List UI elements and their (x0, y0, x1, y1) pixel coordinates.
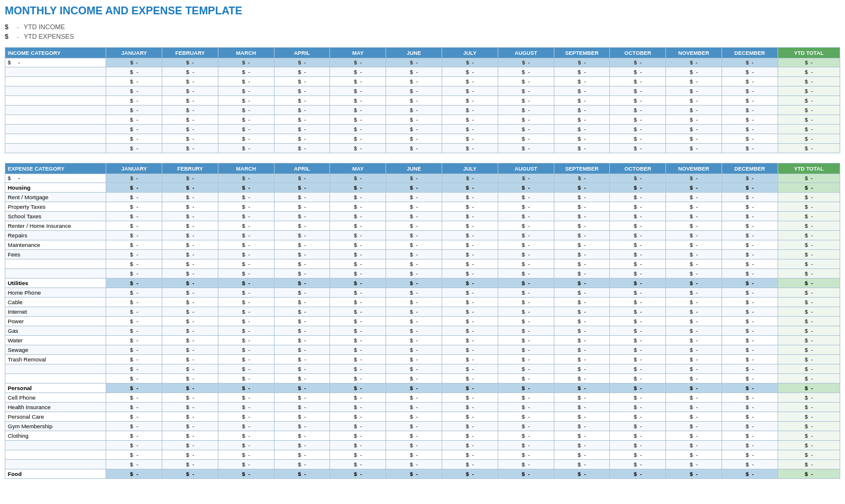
expense-row: Renter / Home Insurance$ -$ -$ -$ -$ -$ … (5, 221, 840, 231)
expense-row: Gym Membership$ -$ -$ -$ -$ -$ -$ -$ -$ … (5, 422, 840, 431)
ytd-income-dollar: $ (5, 23, 13, 30)
col-nov: NOVEMBER (666, 48, 722, 58)
ytd-expenses-dash: - (17, 33, 19, 40)
col-jan: JANUARY (106, 48, 162, 58)
expense-subcat-row: Housing$ -$ -$ -$ -$ -$ -$ -$ -$ -$ -$ -… (5, 183, 840, 193)
exp-col-apr: APRIL (274, 163, 330, 174)
income-row: $ -$ -$ -$ -$ -$ -$ -$ -$ -$ -$ -$ -$ - (5, 77, 840, 86)
ytd-summary: $ - YTD INCOME $ - YTD EXPENSES (5, 23, 840, 40)
expense-row: Maintenance$ -$ -$ -$ -$ -$ -$ -$ -$ -$ … (5, 240, 840, 250)
col-sep: SEPTEMBER (554, 48, 610, 58)
exp-col-sep: SEPTEMBER (554, 163, 610, 174)
expense-row: $ -$ -$ -$ -$ -$ -$ -$ -$ -$ -$ -$ -$ - (5, 374, 840, 384)
expense-row: Repairs$ -$ -$ -$ -$ -$ -$ -$ -$ -$ -$ -… (5, 231, 840, 240)
exp-col-may: MAY (330, 163, 386, 174)
page-title: MONTHLY INCOME AND EXPENSE TEMPLATE (5, 5, 840, 17)
col-oct: OCTOBER (610, 48, 666, 58)
expense-table: EXPENSE CATEGORY JANUARY FEBRURY MARCH A… (5, 163, 840, 479)
expense-row: Home Phone$ -$ -$ -$ -$ -$ -$ -$ -$ -$ -… (5, 288, 840, 298)
exp-col-jun: JUNE (386, 163, 442, 174)
exp-col-jul: JULY (442, 163, 498, 174)
expense-header-row: EXPENSE CATEGORY JANUARY FEBRURY MARCH A… (5, 163, 840, 174)
expense-row: Fees$ -$ -$ -$ -$ -$ -$ -$ -$ -$ -$ -$ -… (5, 250, 840, 259)
ytd-expenses-dollar: $ (5, 33, 13, 40)
expense-row: Gas$ -$ -$ -$ -$ -$ -$ -$ -$ -$ -$ -$ -$… (5, 326, 840, 336)
income-row: $ -$ -$ -$ -$ -$ -$ -$ -$ -$ -$ -$ -$ - (5, 96, 840, 106)
col-aug: AUGUST (498, 48, 554, 58)
expense-category-header: EXPENSE CATEGORY (5, 163, 106, 174)
col-may: MAY (330, 48, 386, 58)
expense-row: $ -$ -$ -$ -$ -$ -$ -$ -$ -$ -$ -$ -$ - (5, 259, 840, 269)
income-dollar-cat: $ - (5, 58, 106, 67)
expense-row: Property Taxes$ -$ -$ -$ -$ -$ -$ -$ -$ … (5, 202, 840, 212)
expense-row: $ -$ -$ -$ -$ -$ -$ -$ -$ -$ -$ -$ -$ - (5, 450, 840, 460)
expense-subcat-row: Personal$ -$ -$ -$ -$ -$ -$ -$ -$ -$ -$ … (5, 384, 840, 393)
expense-subcat-row: Utilities$ -$ -$ -$ -$ -$ -$ -$ -$ -$ -$… (5, 279, 840, 288)
exp-col-dec: DECEMBER (721, 163, 778, 174)
income-row: $ -$ -$ -$ -$ -$ -$ -$ -$ -$ -$ -$ -$ - (5, 144, 840, 153)
col-apr: APRIL (274, 48, 330, 58)
expense-row: Water$ -$ -$ -$ -$ -$ -$ -$ -$ -$ -$ -$ … (5, 336, 840, 345)
col-jun: JUNE (386, 48, 442, 58)
income-row: $ -$ -$ -$ -$ -$ -$ -$ -$ -$ -$ -$ -$ - (5, 125, 840, 134)
col-ytd: YTD TOTAL (778, 48, 840, 58)
expense-row: Clothing$ -$ -$ -$ -$ -$ -$ -$ -$ -$ -$ … (5, 431, 840, 441)
ytd-income-label: YTD INCOME (24, 23, 65, 30)
expense-row: $ -$ -$ -$ -$ -$ -$ -$ -$ -$ -$ -$ -$ - (5, 460, 840, 469)
income-category-header: INCOME CATEGORY (5, 48, 106, 58)
exp-col-feb: FEBRURY (162, 163, 218, 174)
expense-row: $ -$ -$ -$ -$ -$ -$ -$ -$ -$ -$ -$ -$ - (5, 269, 840, 279)
income-row: $ -$ -$ -$ -$ -$ -$ -$ -$ -$ -$ -$ -$ - (5, 134, 840, 144)
exp-col-jan: JANUARY (106, 163, 162, 174)
income-dollar-row: $ - $ -$ -$ -$ - $ -$ -$ -$ - $ -$ -$ -$… (5, 58, 840, 67)
expense-row: School Taxes$ -$ -$ -$ -$ -$ -$ -$ -$ -$… (5, 212, 840, 221)
exp-col-ytd: YTD TOTAL (778, 163, 840, 174)
expense-row: Trash Removal$ -$ -$ -$ -$ -$ -$ -$ -$ -… (5, 355, 840, 364)
col-feb: FEBRUARY (162, 48, 218, 58)
expense-row: Sewage$ -$ -$ -$ -$ -$ -$ -$ -$ -$ -$ -$… (5, 345, 840, 355)
income-row: $ -$ -$ -$ -$ -$ -$ -$ -$ -$ -$ -$ -$ - (5, 86, 840, 96)
exp-col-oct: OCTOBER (610, 163, 666, 174)
exp-col-aug: AUGUST (498, 163, 554, 174)
col-mar: MARCH (218, 48, 274, 58)
expense-row: $ -$ -$ -$ -$ -$ -$ -$ -$ -$ -$ -$ -$ - (5, 364, 840, 374)
income-table: INCOME CATEGORY JANUARY FEBRUARY MARCH A… (5, 47, 840, 153)
exp-col-mar: MARCH (218, 163, 274, 174)
income-row: $ -$ -$ -$ -$ -$ -$ -$ -$ -$ -$ -$ -$ - (5, 106, 840, 115)
income-row: $ -$ -$ -$ -$ -$ -$ -$ -$ -$ -$ -$ -$ - (5, 115, 840, 125)
expense-row: Rent / Mortgage$ -$ -$ -$ -$ -$ -$ -$ -$… (5, 193, 840, 202)
expense-row: Personal Care$ -$ -$ -$ -$ -$ -$ -$ -$ -… (5, 412, 840, 422)
expense-row: Internet$ -$ -$ -$ -$ -$ -$ -$ -$ -$ -$ … (5, 307, 840, 317)
exp-col-nov: NOVEMBER (666, 163, 722, 174)
expense-row: Health Insurance$ -$ -$ -$ -$ -$ -$ -$ -… (5, 403, 840, 412)
expense-dollar-row: $ - $ -$ -$ -$ - $ -$ -$ -$ - $ -$ -$ -$… (5, 174, 840, 183)
expense-row: Cell Phone$ -$ -$ -$ -$ -$ -$ -$ -$ -$ -… (5, 393, 840, 403)
expense-row: Power$ -$ -$ -$ -$ -$ -$ -$ -$ -$ -$ -$ … (5, 317, 840, 326)
expense-row: Cable$ -$ -$ -$ -$ -$ -$ -$ -$ -$ -$ -$ … (5, 298, 840, 307)
expense-subcat-row: Food$ -$ -$ -$ -$ -$ -$ -$ -$ -$ -$ -$ -… (5, 469, 840, 479)
col-dec: DECEMBER (721, 48, 778, 58)
income-row: $ -$ -$ -$ -$ -$ -$ -$ -$ -$ -$ -$ -$ - (5, 67, 840, 77)
expense-row: $ -$ -$ -$ -$ -$ -$ -$ -$ -$ -$ -$ -$ - (5, 441, 840, 450)
income-header-row: INCOME CATEGORY JANUARY FEBRUARY MARCH A… (5, 48, 840, 58)
ytd-income-dash: - (17, 23, 19, 30)
ytd-expenses-label: YTD EXPENSES (24, 33, 74, 40)
col-jul: JULY (442, 48, 498, 58)
